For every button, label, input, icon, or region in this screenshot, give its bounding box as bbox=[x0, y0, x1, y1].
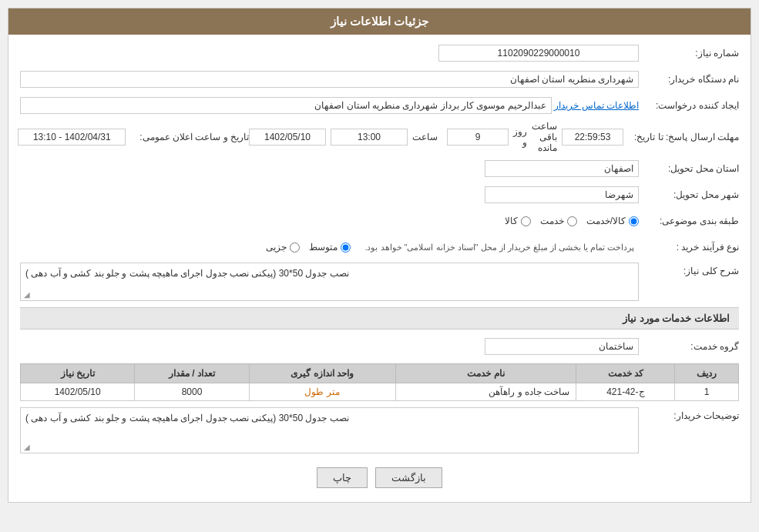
creator-label: ایجاد کننده درخواست: bbox=[639, 100, 739, 111]
cell-service-code: ج-42-421 bbox=[576, 383, 675, 401]
radio-goods[interactable]: کالا bbox=[505, 216, 531, 226]
service-group-label: گروه خدمت: bbox=[639, 341, 739, 352]
col-row-num: ردیف bbox=[675, 364, 739, 383]
service-group-row: گروه خدمت: ساختمان bbox=[20, 336, 739, 357]
need-description-value: نصب جدول 50*30 (پیکنی نصب جدول اجرای ماه… bbox=[20, 263, 639, 301]
days-label: روز و bbox=[513, 126, 527, 148]
time-label: ساعت bbox=[412, 132, 438, 142]
purchase-type-row: نوع فرآیند خرید : پرداخت تمام یا بخشی از… bbox=[20, 236, 739, 258]
city-row: شهر محل تحویل: شهرضا bbox=[20, 184, 739, 206]
remaining-label: ساعت باقی مانده bbox=[532, 121, 557, 153]
purchase-type-value: پرداخت تمام یا بخشی از مبلغ خریدار از مح… bbox=[20, 240, 639, 255]
province-field: اصفهان bbox=[485, 160, 639, 177]
radio-goods-service-input[interactable] bbox=[629, 216, 639, 226]
content-area: شماره نیاز: 1102090229000010 نام دستگاه … bbox=[8, 35, 751, 502]
purchase-type-note: پرداخت تمام یا بخشی از مبلغ خریدار از مح… bbox=[360, 240, 639, 255]
timer-row: 22:59:53 ساعت باقی مانده روز و 9 ساعت 13… bbox=[249, 121, 623, 153]
col-date-header: تاریخ نیاز bbox=[21, 364, 135, 383]
col-unit-header: واحد اندازه گیری bbox=[249, 364, 395, 383]
buyer-org-value: شهرداری منطریه استان اصفهان bbox=[20, 71, 639, 88]
countdown-box: 22:59:53 bbox=[562, 129, 623, 146]
buyer-comments-field: نصب جدول 50*30 (پیکنی نصب جدول اجرای ماه… bbox=[20, 407, 639, 453]
city-value: شهرضا bbox=[20, 186, 639, 203]
need-number-value: 1102090229000010 bbox=[20, 45, 639, 62]
need-description-row: شرح کلی نیاز: نصب جدول 50*30 (پیکنی نصب … bbox=[20, 263, 739, 301]
cell-date: 1402/05/10 bbox=[21, 383, 135, 401]
category-radios: کالا/خدمت خدمت کالا bbox=[20, 216, 639, 226]
radio-partial-label: جزیی bbox=[266, 242, 287, 253]
province-value: اصفهان bbox=[20, 160, 639, 177]
radio-service[interactable]: خدمت bbox=[540, 216, 577, 226]
radio-partial-input[interactable] bbox=[290, 243, 300, 253]
creator-contact-link[interactable]: اطلاعات تماس خریدار bbox=[554, 100, 639, 111]
buyer-comments-label: توضیحات خریدار: bbox=[639, 407, 739, 421]
radio-partial[interactable]: جزیی bbox=[266, 242, 300, 253]
need-number-label: شماره نیاز: bbox=[639, 48, 739, 59]
need-description-text: نصب جدول 50*30 (پیکنی نصب جدول اجرای ماه… bbox=[25, 268, 349, 279]
deadline-date-box: 1402/05/10 bbox=[249, 129, 326, 146]
creator-value: اطلاعات تماس خریدار عبدالرحیم موسوی کار … bbox=[20, 97, 639, 114]
table-header-row: ردیف کد خدمت نام خدمت واحد اندازه گیری ت… bbox=[21, 364, 739, 383]
category-radio-group: کالا/خدمت خدمت کالا bbox=[505, 216, 639, 226]
cell-quantity: 8000 bbox=[135, 383, 249, 401]
services-section-title: اطلاعات خدمات مورد نیاز bbox=[20, 307, 739, 330]
buyer-comments-value: نصب جدول 50*30 (پیکنی نصب جدول اجرای ماه… bbox=[20, 407, 639, 453]
cell-row-num: 1 bbox=[675, 383, 739, 401]
button-row: بازگشت چاپ bbox=[20, 458, 739, 494]
resize-handle-icon: ◢ bbox=[24, 290, 30, 299]
radio-goods-input[interactable] bbox=[521, 216, 531, 226]
need-number-row: شماره نیاز: 1102090229000010 bbox=[20, 42, 739, 64]
city-label: شهر محل تحویل: bbox=[639, 189, 739, 200]
print-button[interactable]: چاپ bbox=[317, 467, 368, 488]
province-label: استان محل تحویل: bbox=[639, 163, 739, 174]
radio-service-input[interactable] bbox=[567, 216, 577, 226]
creator-row: ایجاد کننده درخواست: اطلاعات تماس خریدار… bbox=[20, 95, 739, 116]
page-container: جزئیات اطلاعات نیاز شماره نیاز: 11020902… bbox=[0, 0, 759, 532]
services-table: ردیف کد خدمت نام خدمت واحد اندازه گیری ت… bbox=[20, 363, 739, 401]
deadline-time-box: 13:00 bbox=[331, 129, 408, 146]
services-table-section: ردیف کد خدمت نام خدمت واحد اندازه گیری ت… bbox=[20, 363, 739, 401]
province-row: استان محل تحویل: اصفهان bbox=[20, 158, 739, 179]
days-box: 9 bbox=[447, 129, 509, 146]
col-quantity-header: تعداد / مقدار bbox=[135, 364, 249, 383]
deadline-label: مهلت ارسال پاسخ: تا تاریخ: bbox=[623, 132, 739, 142]
radio-goods-service-label: کالا/خدمت bbox=[586, 216, 626, 226]
buyer-org-row: نام دستگاه خریدار: شهرداری منطریه استان … bbox=[20, 69, 739, 90]
radio-goods-service[interactable]: کالا/خدمت bbox=[586, 216, 639, 226]
radio-medium[interactable]: متوسط bbox=[309, 242, 351, 253]
deadline-values: 22:59:53 ساعت باقی مانده روز و 9 ساعت 13… bbox=[249, 121, 623, 153]
deadline-row: مهلت ارسال پاسخ: تا تاریخ: 22:59:53 ساعت… bbox=[20, 121, 739, 153]
buyer-comments-row: توضیحات خریدار: نصب جدول 50*30 (پیکنی نص… bbox=[20, 407, 739, 453]
service-group-field: ساختمان bbox=[485, 338, 639, 355]
creator-field: عبدالرحیم موسوی کار برداز شهرداری منطریه… bbox=[20, 97, 552, 114]
table-row: 1 ج-42-421 ساخت جاده و راهآهن متر طول 80… bbox=[21, 383, 739, 401]
radio-service-label: خدمت bbox=[540, 216, 564, 226]
need-number-field: 1102090229000010 bbox=[438, 45, 639, 62]
category-label: طبقه بندی موضوعی: bbox=[639, 216, 739, 226]
radio-medium-label: متوسط bbox=[309, 242, 338, 253]
buyer-comments-text: نصب جدول 50*30 (پیکنی نصب جدول اجرای ماه… bbox=[25, 413, 349, 423]
back-button[interactable]: بازگشت bbox=[375, 467, 442, 488]
need-description-label: شرح کلی نیاز: bbox=[639, 263, 739, 276]
main-box: جزئیات اطلاعات نیاز شماره نیاز: 11020902… bbox=[8, 8, 751, 503]
announcement-value: 1402/04/31 - 13:10 bbox=[18, 129, 126, 146]
service-group-value: ساختمان bbox=[20, 338, 639, 355]
announcement-label: تاریخ و ساعت اعلان عمومی: bbox=[132, 132, 249, 142]
page-title: جزئیات اطلاعات نیاز bbox=[8, 8, 751, 35]
city-field: شهرضا bbox=[485, 186, 639, 203]
radio-medium-input[interactable] bbox=[341, 243, 351, 253]
purchase-type-label: نوع فرآیند خرید : bbox=[639, 242, 739, 253]
col-service-code: کد خدمت bbox=[576, 364, 675, 383]
table-header: ردیف کد خدمت نام خدمت واحد اندازه گیری ت… bbox=[21, 364, 739, 383]
buyer-org-field: شهرداری منطریه استان اصفهان bbox=[20, 71, 639, 88]
table-body: 1 ج-42-421 ساخت جاده و راهآهن متر طول 80… bbox=[21, 383, 739, 401]
cell-unit: متر طول bbox=[249, 383, 395, 401]
category-row: طبقه بندی موضوعی: کالا/خدمت خدمت bbox=[20, 210, 739, 232]
col-service-name-header: نام خدمت bbox=[395, 364, 576, 383]
announcement-section: تاریخ و ساعت اعلان عمومی: 1402/04/31 - 1… bbox=[20, 129, 249, 146]
buyer-comments-resize-icon: ◢ bbox=[24, 443, 30, 451]
purchase-type-radio-group: متوسط جزیی bbox=[266, 242, 351, 253]
cell-service-name: ساخت جاده و راهآهن bbox=[395, 383, 576, 401]
radio-goods-label: کالا bbox=[505, 216, 518, 226]
buyer-org-label: نام دستگاه خریدار: bbox=[639, 74, 739, 85]
